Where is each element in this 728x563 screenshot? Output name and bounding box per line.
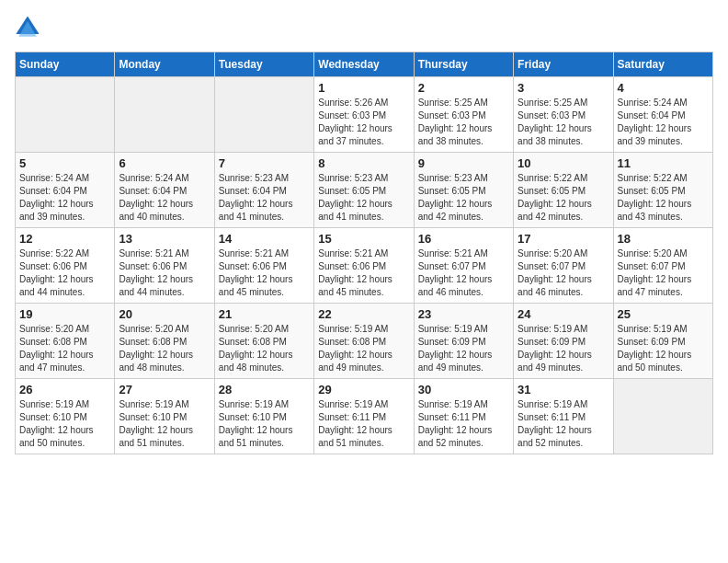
day-number: 31 [518,383,609,396]
day-detail: Sunrise: 5:20 AMSunset: 6:07 PMDaylight:… [618,247,709,299]
day-detail: Sunrise: 5:25 AMSunset: 6:03 PMDaylight:… [518,97,609,148]
day-detail: Sunrise: 5:19 AMSunset: 6:09 PMDaylight:… [418,323,509,374]
day-number: 6 [119,156,210,170]
calendar-cell: 11Sunrise: 5:22 AMSunset: 6:05 PMDayligh… [613,153,712,228]
day-detail: Sunrise: 5:22 AMSunset: 6:06 PMDaylight:… [19,247,110,299]
day-detail: Sunrise: 5:19 AMSunset: 6:11 PMDaylight:… [518,398,609,450]
weekday-header-row: SundayMondayTuesdayWednesdayThursdayFrid… [16,52,713,77]
calendar-cell: 12Sunrise: 5:22 AMSunset: 6:06 PMDayligh… [16,228,115,304]
calendar-cell: 9Sunrise: 5:23 AMSunset: 6:05 PMDaylight… [414,153,513,228]
day-detail: Sunrise: 5:19 AMSunset: 6:11 PMDaylight:… [318,398,409,450]
day-number: 2 [418,81,509,95]
calendar-cell [613,379,712,454]
logo [15,15,44,40]
calendar-cell: 19Sunrise: 5:20 AMSunset: 6:08 PMDayligh… [16,304,115,379]
day-detail: Sunrise: 5:20 AMSunset: 6:07 PMDaylight:… [518,247,609,299]
calendar-cell: 18Sunrise: 5:20 AMSunset: 6:07 PMDayligh… [613,228,712,304]
calendar-table: SundayMondayTuesdayWednesdayThursdayFrid… [15,52,713,454]
calendar-cell: 29Sunrise: 5:19 AMSunset: 6:11 PMDayligh… [314,379,414,454]
calendar-cell: 25Sunrise: 5:19 AMSunset: 6:09 PMDayligh… [613,304,712,379]
day-detail: Sunrise: 5:19 AMSunset: 6:09 PMDaylight:… [618,323,709,374]
day-number: 27 [119,383,210,396]
weekday-header-tuesday: Tuesday [214,52,313,77]
calendar-cell: 13Sunrise: 5:21 AMSunset: 6:06 PMDayligh… [115,228,214,304]
weekday-header-thursday: Thursday [414,52,513,77]
day-detail: Sunrise: 5:22 AMSunset: 6:05 PMDaylight:… [618,172,709,224]
calendar-cell: 30Sunrise: 5:19 AMSunset: 6:11 PMDayligh… [414,379,513,454]
weekday-header-sunday: Sunday [16,52,115,77]
calendar-week-3: 12Sunrise: 5:22 AMSunset: 6:06 PMDayligh… [16,228,713,304]
day-number: 17 [518,232,609,246]
calendar-cell: 27Sunrise: 5:19 AMSunset: 6:10 PMDayligh… [115,379,214,454]
logo-icon [15,15,40,40]
calendar-cell: 20Sunrise: 5:20 AMSunset: 6:08 PMDayligh… [115,304,214,379]
calendar-cell: 6Sunrise: 5:24 AMSunset: 6:04 PMDaylight… [115,153,214,228]
calendar-week-2: 5Sunrise: 5:24 AMSunset: 6:04 PMDaylight… [16,153,713,228]
calendar-cell: 15Sunrise: 5:21 AMSunset: 6:06 PMDayligh… [314,228,414,304]
day-number: 25 [618,307,709,321]
weekday-header-saturday: Saturday [613,52,712,77]
header [15,15,713,40]
calendar-week-1: 1Sunrise: 5:26 AMSunset: 6:03 PMDaylight… [16,77,713,153]
calendar-cell: 2Sunrise: 5:25 AMSunset: 6:03 PMDaylight… [414,77,513,153]
day-number: 12 [19,232,110,246]
day-number: 1 [318,81,409,95]
day-detail: Sunrise: 5:24 AMSunset: 6:04 PMDaylight:… [119,172,210,224]
day-number: 5 [19,156,110,170]
day-number: 19 [19,307,110,321]
weekday-header-monday: Monday [115,52,214,77]
day-number: 23 [418,307,509,321]
day-number: 4 [618,81,709,95]
day-number: 11 [618,156,709,170]
day-detail: Sunrise: 5:24 AMSunset: 6:04 PMDaylight:… [618,97,709,148]
day-detail: Sunrise: 5:22 AMSunset: 6:05 PMDaylight:… [518,172,609,224]
day-detail: Sunrise: 5:19 AMSunset: 6:10 PMDaylight:… [119,398,210,450]
day-detail: Sunrise: 5:21 AMSunset: 6:06 PMDaylight:… [318,247,409,299]
day-detail: Sunrise: 5:20 AMSunset: 6:08 PMDaylight:… [219,323,310,374]
calendar-cell [214,77,313,153]
calendar-cell: 23Sunrise: 5:19 AMSunset: 6:09 PMDayligh… [414,304,513,379]
day-detail: Sunrise: 5:19 AMSunset: 6:11 PMDaylight:… [418,398,509,450]
calendar-cell: 28Sunrise: 5:19 AMSunset: 6:10 PMDayligh… [214,379,313,454]
calendar-cell: 5Sunrise: 5:24 AMSunset: 6:04 PMDaylight… [16,153,115,228]
day-detail: Sunrise: 5:23 AMSunset: 6:04 PMDaylight:… [219,172,310,224]
day-detail: Sunrise: 5:23 AMSunset: 6:05 PMDaylight:… [318,172,409,224]
calendar-week-4: 19Sunrise: 5:20 AMSunset: 6:08 PMDayligh… [16,304,713,379]
day-detail: Sunrise: 5:24 AMSunset: 6:04 PMDaylight:… [19,172,110,224]
day-number: 20 [119,307,210,321]
day-detail: Sunrise: 5:19 AMSunset: 6:09 PMDaylight:… [518,323,609,374]
day-number: 8 [318,156,409,170]
calendar-cell: 22Sunrise: 5:19 AMSunset: 6:08 PMDayligh… [314,304,414,379]
calendar-cell: 4Sunrise: 5:24 AMSunset: 6:04 PMDaylight… [613,77,712,153]
day-detail: Sunrise: 5:21 AMSunset: 6:06 PMDaylight:… [119,247,210,299]
calendar-cell: 8Sunrise: 5:23 AMSunset: 6:05 PMDaylight… [314,153,414,228]
calendar-cell: 1Sunrise: 5:26 AMSunset: 6:03 PMDaylight… [314,77,414,153]
calendar-cell: 10Sunrise: 5:22 AMSunset: 6:05 PMDayligh… [514,153,613,228]
day-detail: Sunrise: 5:20 AMSunset: 6:08 PMDaylight:… [119,323,210,374]
weekday-header-wednesday: Wednesday [314,52,414,77]
day-number: 14 [219,232,310,246]
calendar-cell: 16Sunrise: 5:21 AMSunset: 6:07 PMDayligh… [414,228,513,304]
day-detail: Sunrise: 5:19 AMSunset: 6:10 PMDaylight:… [219,398,310,450]
calendar-cell: 26Sunrise: 5:19 AMSunset: 6:10 PMDayligh… [16,379,115,454]
day-detail: Sunrise: 5:21 AMSunset: 6:06 PMDaylight:… [219,247,310,299]
day-number: 24 [518,307,609,321]
day-number: 7 [219,156,310,170]
day-detail: Sunrise: 5:23 AMSunset: 6:05 PMDaylight:… [418,172,509,224]
day-number: 26 [19,383,110,396]
day-number: 30 [418,383,509,396]
day-number: 18 [618,232,709,246]
day-number: 13 [119,232,210,246]
day-number: 16 [418,232,509,246]
calendar-cell [16,77,115,153]
day-number: 10 [518,156,609,170]
day-number: 28 [219,383,310,396]
day-detail: Sunrise: 5:26 AMSunset: 6:03 PMDaylight:… [318,97,409,148]
day-detail: Sunrise: 5:21 AMSunset: 6:07 PMDaylight:… [418,247,509,299]
day-number: 29 [318,383,409,396]
day-detail: Sunrise: 5:20 AMSunset: 6:08 PMDaylight:… [19,323,110,374]
calendar-week-5: 26Sunrise: 5:19 AMSunset: 6:10 PMDayligh… [16,379,713,454]
calendar-cell: 14Sunrise: 5:21 AMSunset: 6:06 PMDayligh… [214,228,313,304]
calendar-cell: 31Sunrise: 5:19 AMSunset: 6:11 PMDayligh… [514,379,613,454]
weekday-header-friday: Friday [514,52,613,77]
